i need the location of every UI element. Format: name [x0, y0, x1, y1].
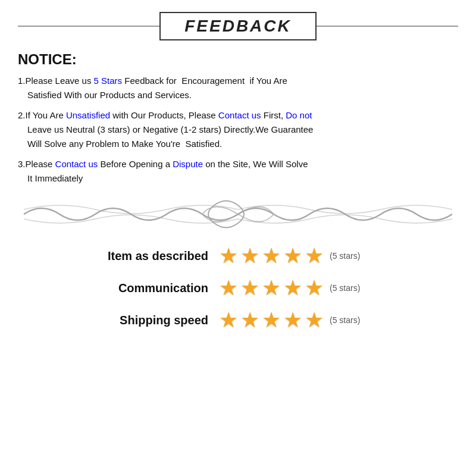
- rating-label-shipping: Shipping speed: [30, 314, 208, 327]
- star-3: ★: [262, 245, 281, 267]
- star-4: ★: [283, 245, 302, 267]
- notice-heading: NOTICE:: [18, 51, 458, 68]
- do-not-text: Do not: [286, 110, 312, 120]
- star-4: ★: [283, 277, 302, 299]
- five-stars-text: 5 Stars: [94, 76, 125, 86]
- rating-label-communication: Communication: [30, 281, 208, 295]
- feedback-title-box: FEEDBACK: [159, 12, 317, 40]
- notice-item-2: 2.If You Are Unsatisfied with Our Produc…: [18, 108, 458, 151]
- divider-svg: [24, 196, 452, 232]
- rating-row-shipping: Shipping speed ★ ★ ★ ★ ★ (5 stars): [30, 309, 458, 331]
- unsatisfied-text: Unsatisfied: [66, 110, 110, 120]
- rating-section: Item as described ★ ★ ★ ★ ★ (5 stars) Co…: [30, 245, 458, 331]
- notice-item-3: 3.Please Contact us Before Opening a Dis…: [18, 157, 458, 186]
- star-1: ★: [219, 277, 238, 299]
- star-5: ★: [305, 245, 324, 267]
- star-2: ★: [240, 277, 259, 299]
- rating-label-item-described: Item as described: [30, 249, 208, 263]
- stars-count-label-3: (5 stars): [330, 315, 360, 325]
- star-3: ★: [262, 309, 281, 331]
- stars-communication: ★ ★ ★ ★ ★ (5 stars): [219, 277, 360, 299]
- star-1: ★: [219, 245, 238, 267]
- page: FEEDBACK NOTICE: 1.Please Leave us 5 Sta…: [0, 0, 476, 476]
- notice-section: NOTICE: 1.Please Leave us 5 Stars Feedba…: [18, 51, 458, 186]
- contact-us-text-2: Contact us: [55, 159, 98, 169]
- stars-item-described: ★ ★ ★ ★ ★ (5 stars): [219, 245, 360, 267]
- stars-count-label-2: (5 stars): [330, 283, 360, 293]
- star-1: ★: [219, 309, 238, 331]
- rating-row-item-described: Item as described ★ ★ ★ ★ ★ (5 stars): [30, 245, 458, 267]
- rating-row-communication: Communication ★ ★ ★ ★ ★ (5 stars): [30, 277, 458, 299]
- star-4: ★: [283, 309, 302, 331]
- star-5: ★: [305, 309, 324, 331]
- feedback-header: FEEDBACK: [18, 12, 458, 40]
- stars-shipping: ★ ★ ★ ★ ★ (5 stars): [219, 309, 360, 331]
- stars-count-label-1: (5 stars): [330, 251, 360, 261]
- decorative-divider: [18, 196, 458, 232]
- dispute-text: Dispute: [173, 159, 203, 169]
- star-5: ★: [305, 277, 324, 299]
- star-2: ★: [240, 245, 259, 267]
- contact-us-text-1: Contact us: [218, 110, 261, 120]
- feedback-title: FEEDBACK: [184, 17, 292, 35]
- notice-item-1: 1.Please Leave us 5 Stars Feedback for E…: [18, 74, 458, 102]
- star-2: ★: [240, 309, 259, 331]
- star-3: ★: [262, 277, 281, 299]
